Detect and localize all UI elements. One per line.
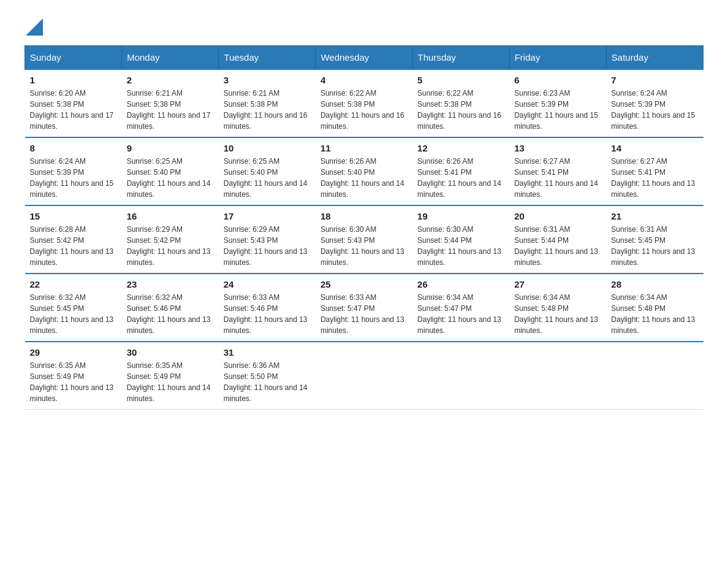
weekday-header-thursday: Thursday xyxy=(412,46,509,70)
calendar-day-cell: 29 Sunrise: 6:35 AMSunset: 5:49 PMDaylig… xyxy=(25,342,122,410)
day-number: 25 xyxy=(320,279,408,289)
calendar-day-cell: 10 Sunrise: 6:25 AMSunset: 5:40 PMDaylig… xyxy=(219,137,316,205)
calendar-day-cell: 12 Sunrise: 6:26 AMSunset: 5:41 PMDaylig… xyxy=(412,137,509,205)
day-number: 1 xyxy=(30,75,117,85)
calendar-week-row: 29 Sunrise: 6:35 AMSunset: 5:49 PMDaylig… xyxy=(25,342,703,410)
day-number: 30 xyxy=(127,347,214,358)
logo xyxy=(25,18,43,33)
day-info: Sunrise: 6:30 AMSunset: 5:44 PMDaylight:… xyxy=(417,225,501,267)
calendar-day-cell: 4 Sunrise: 6:22 AMSunset: 5:38 PMDayligh… xyxy=(316,69,412,137)
calendar-day-cell xyxy=(412,342,509,410)
calendar-day-cell: 22 Sunrise: 6:32 AMSunset: 5:45 PMDaylig… xyxy=(25,274,122,342)
day-info: Sunrise: 6:34 AMSunset: 5:48 PMDaylight:… xyxy=(611,293,695,335)
day-info: Sunrise: 6:36 AMSunset: 5:50 PMDaylight:… xyxy=(224,361,308,403)
calendar-day-cell: 17 Sunrise: 6:29 AMSunset: 5:43 PMDaylig… xyxy=(219,205,316,274)
day-number: 28 xyxy=(611,279,698,289)
calendar-day-cell: 21 Sunrise: 6:31 AMSunset: 5:45 PMDaylig… xyxy=(606,205,703,274)
calendar-day-cell: 14 Sunrise: 6:27 AMSunset: 5:41 PMDaylig… xyxy=(606,137,703,205)
weekday-header-friday: Friday xyxy=(509,46,606,70)
calendar-day-cell: 1 Sunrise: 6:20 AMSunset: 5:38 PMDayligh… xyxy=(25,69,122,137)
calendar-day-cell: 19 Sunrise: 6:30 AMSunset: 5:44 PMDaylig… xyxy=(412,205,509,274)
day-info: Sunrise: 6:22 AMSunset: 5:38 PMDaylight:… xyxy=(320,89,404,131)
day-info: Sunrise: 6:23 AMSunset: 5:39 PMDaylight:… xyxy=(514,89,598,131)
weekday-header-row: SundayMondayTuesdayWednesdayThursdayFrid… xyxy=(25,46,703,70)
weekday-header-wednesday: Wednesday xyxy=(316,46,412,70)
calendar-day-cell: 27 Sunrise: 6:34 AMSunset: 5:48 PMDaylig… xyxy=(509,274,606,342)
calendar-day-cell: 6 Sunrise: 6:23 AMSunset: 5:39 PMDayligh… xyxy=(509,69,606,137)
calendar-day-cell: 9 Sunrise: 6:25 AMSunset: 5:40 PMDayligh… xyxy=(122,137,219,205)
calendar-day-cell: 16 Sunrise: 6:29 AMSunset: 5:42 PMDaylig… xyxy=(122,205,219,274)
svg-marker-0 xyxy=(26,18,43,36)
weekday-header-tuesday: Tuesday xyxy=(219,46,316,70)
calendar-day-cell: 5 Sunrise: 6:22 AMSunset: 5:38 PMDayligh… xyxy=(412,69,509,137)
calendar-week-row: 15 Sunrise: 6:28 AMSunset: 5:42 PMDaylig… xyxy=(25,205,703,274)
day-number: 14 xyxy=(611,143,698,153)
calendar-day-cell: 20 Sunrise: 6:31 AMSunset: 5:44 PMDaylig… xyxy=(509,205,606,274)
calendar-week-row: 1 Sunrise: 6:20 AMSunset: 5:38 PMDayligh… xyxy=(25,69,703,137)
page-header xyxy=(25,18,703,33)
day-number: 11 xyxy=(320,143,408,153)
day-number: 24 xyxy=(224,279,311,289)
day-info: Sunrise: 6:21 AMSunset: 5:38 PMDaylight:… xyxy=(127,89,211,131)
day-number: 26 xyxy=(417,279,504,289)
calendar-day-cell: 2 Sunrise: 6:21 AMSunset: 5:38 PMDayligh… xyxy=(122,69,219,137)
day-info: Sunrise: 6:29 AMSunset: 5:42 PMDaylight:… xyxy=(127,225,211,267)
day-info: Sunrise: 6:22 AMSunset: 5:38 PMDaylight:… xyxy=(417,89,501,131)
calendar-day-cell xyxy=(606,342,703,410)
day-info: Sunrise: 6:32 AMSunset: 5:46 PMDaylight:… xyxy=(127,293,211,335)
day-number: 13 xyxy=(514,143,601,153)
day-number: 12 xyxy=(417,143,504,153)
calendar-day-cell: 23 Sunrise: 6:32 AMSunset: 5:46 PMDaylig… xyxy=(122,274,219,342)
day-info: Sunrise: 6:31 AMSunset: 5:45 PMDaylight:… xyxy=(611,225,695,267)
weekday-header-monday: Monday xyxy=(122,46,219,70)
day-info: Sunrise: 6:33 AMSunset: 5:46 PMDaylight:… xyxy=(224,293,308,335)
day-number: 4 xyxy=(320,75,408,85)
day-number: 18 xyxy=(320,211,408,221)
day-number: 9 xyxy=(127,143,214,153)
day-info: Sunrise: 6:34 AMSunset: 5:47 PMDaylight:… xyxy=(417,293,501,335)
day-number: 31 xyxy=(224,347,311,358)
day-info: Sunrise: 6:31 AMSunset: 5:44 PMDaylight:… xyxy=(514,225,598,267)
day-number: 19 xyxy=(417,211,504,221)
day-number: 5 xyxy=(417,75,504,85)
day-info: Sunrise: 6:32 AMSunset: 5:45 PMDaylight:… xyxy=(30,293,114,335)
day-number: 7 xyxy=(611,75,698,85)
calendar-day-cell: 13 Sunrise: 6:27 AMSunset: 5:41 PMDaylig… xyxy=(509,137,606,205)
day-info: Sunrise: 6:24 AMSunset: 5:39 PMDaylight:… xyxy=(30,157,114,199)
day-number: 16 xyxy=(127,211,214,221)
calendar-day-cell: 18 Sunrise: 6:30 AMSunset: 5:43 PMDaylig… xyxy=(316,205,412,274)
day-info: Sunrise: 6:25 AMSunset: 5:40 PMDaylight:… xyxy=(127,157,211,199)
calendar-day-cell: 11 Sunrise: 6:26 AMSunset: 5:40 PMDaylig… xyxy=(316,137,412,205)
day-number: 6 xyxy=(514,75,601,85)
day-number: 8 xyxy=(30,143,117,153)
day-info: Sunrise: 6:35 AMSunset: 5:49 PMDaylight:… xyxy=(30,361,114,403)
day-number: 20 xyxy=(514,211,601,221)
calendar-day-cell: 3 Sunrise: 6:21 AMSunset: 5:38 PMDayligh… xyxy=(219,69,316,137)
day-info: Sunrise: 6:27 AMSunset: 5:41 PMDaylight:… xyxy=(514,157,598,199)
calendar-day-cell: 24 Sunrise: 6:33 AMSunset: 5:46 PMDaylig… xyxy=(219,274,316,342)
calendar-day-cell: 25 Sunrise: 6:33 AMSunset: 5:47 PMDaylig… xyxy=(316,274,412,342)
day-info: Sunrise: 6:30 AMSunset: 5:43 PMDaylight:… xyxy=(320,225,404,267)
day-number: 29 xyxy=(30,347,117,358)
calendar-day-cell: 28 Sunrise: 6:34 AMSunset: 5:48 PMDaylig… xyxy=(606,274,703,342)
day-info: Sunrise: 6:34 AMSunset: 5:48 PMDaylight:… xyxy=(514,293,598,335)
day-info: Sunrise: 6:26 AMSunset: 5:40 PMDaylight:… xyxy=(320,157,404,199)
calendar-day-cell xyxy=(509,342,606,410)
calendar-table: SundayMondayTuesdayWednesdayThursdayFrid… xyxy=(25,45,703,410)
day-info: Sunrise: 6:26 AMSunset: 5:41 PMDaylight:… xyxy=(417,157,501,199)
day-number: 21 xyxy=(611,211,698,221)
calendar-day-cell xyxy=(316,342,412,410)
day-info: Sunrise: 6:27 AMSunset: 5:41 PMDaylight:… xyxy=(611,157,695,199)
day-info: Sunrise: 6:25 AMSunset: 5:40 PMDaylight:… xyxy=(224,157,308,199)
day-number: 17 xyxy=(224,211,311,221)
weekday-header-saturday: Saturday xyxy=(606,46,703,70)
calendar-day-cell: 30 Sunrise: 6:35 AMSunset: 5:49 PMDaylig… xyxy=(122,342,219,410)
day-number: 15 xyxy=(30,211,117,221)
calendar-day-cell: 15 Sunrise: 6:28 AMSunset: 5:42 PMDaylig… xyxy=(25,205,122,274)
day-info: Sunrise: 6:21 AMSunset: 5:38 PMDaylight:… xyxy=(224,89,308,131)
day-info: Sunrise: 6:29 AMSunset: 5:43 PMDaylight:… xyxy=(224,225,308,267)
day-number: 3 xyxy=(224,75,311,85)
day-info: Sunrise: 6:35 AMSunset: 5:49 PMDaylight:… xyxy=(127,361,211,403)
weekday-header-sunday: Sunday xyxy=(25,46,122,70)
day-number: 2 xyxy=(127,75,214,85)
